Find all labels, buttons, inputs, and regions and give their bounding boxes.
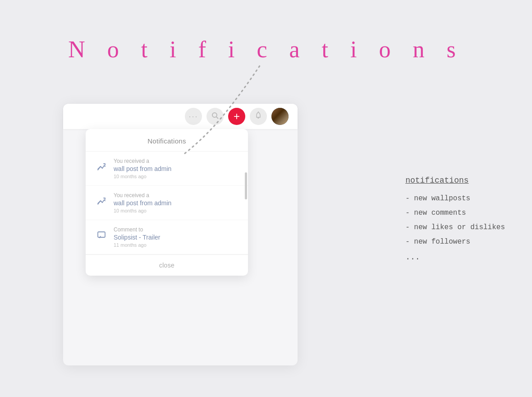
comment-icon (95, 228, 108, 242)
search-button[interactable] (206, 108, 224, 125)
notification-sub: You received a (114, 158, 239, 164)
notification-title: wall post from admin (114, 165, 239, 172)
notification-list: You received a wall post from admin 10 m… (86, 152, 248, 254)
avatar-image (271, 108, 289, 125)
bell-icon (254, 111, 262, 121)
notification-item[interactable]: You received a wall post from admin 10 m… (86, 186, 248, 220)
notification-footer: close (86, 254, 248, 276)
notification-sub-3: Comment to (114, 226, 239, 233)
annotation-section: notifications - new wallposts - new comm… (405, 176, 505, 262)
annotation-title: notifications (405, 176, 505, 185)
page-title: N o t i f i c a t i o n s (0, 0, 532, 63)
annotation-ellipsis: ... (405, 253, 505, 262)
scroll-indicator (245, 172, 247, 199)
wallpost-icon (95, 160, 108, 173)
wallpost-icon-2 (95, 194, 108, 208)
more-button[interactable]: ··· (185, 108, 202, 125)
plus-icon: + (234, 111, 240, 122)
more-dots-icon: ··· (188, 112, 198, 121)
notification-panel-header: Notifications (86, 129, 248, 152)
annotation-item-3: - new likes or dislikes (405, 220, 505, 235)
navbar: ··· + (63, 104, 298, 129)
notification-time-2: 10 months ago (114, 208, 239, 213)
close-button[interactable]: close (159, 262, 174, 269)
svg-line-1 (216, 117, 218, 119)
notification-sub-2: You received a (114, 192, 239, 198)
annotation-list: - new wallposts - new comments - new lik… (405, 191, 505, 249)
notification-time: 10 months ago (114, 174, 239, 179)
notification-content-3: Comment to Solipsist - Trailer 11 months… (114, 226, 239, 248)
add-button[interactable]: + (228, 108, 245, 125)
notification-item[interactable]: You received a wall post from admin 10 m… (86, 152, 248, 186)
annotation-item-4: - new followers (405, 235, 505, 249)
notification-content-2: You received a wall post from admin 10 m… (114, 192, 239, 213)
notification-title-3: Solipsist - Trailer (114, 234, 239, 241)
notification-content: You received a wall post from admin 10 m… (114, 158, 239, 179)
notification-time-3: 11 months ago (114, 242, 239, 248)
mockup-container: ··· + (63, 104, 298, 365)
annotation-item-2: - new comments (405, 206, 505, 220)
avatar-button[interactable] (271, 108, 289, 125)
notification-title-2: wall post from admin (114, 199, 239, 207)
notification-item-3[interactable]: Comment to Solipsist - Trailer 11 months… (86, 220, 248, 254)
svg-rect-3 (98, 232, 105, 237)
annotation-item-1: - new wallposts (405, 191, 505, 206)
search-icon (211, 112, 219, 121)
bell-button[interactable] (250, 108, 267, 125)
notification-panel: Notifications You received a wall post f… (86, 129, 248, 276)
